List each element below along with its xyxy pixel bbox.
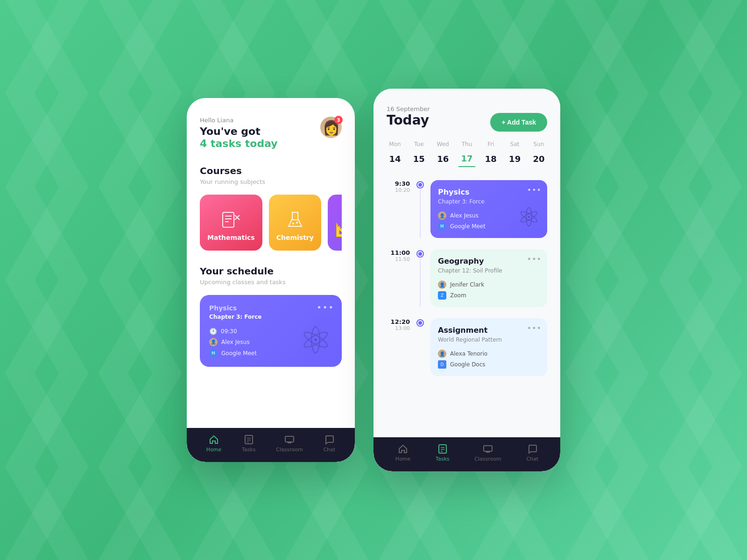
event-geo-dots[interactable]: ••• xyxy=(527,255,542,264)
geo-teacher: 👤 Jenifer Clark xyxy=(438,280,540,289)
timeline-line-connector-2 xyxy=(420,259,421,307)
calendar-row: Mon 14 Tue 15 Wed 16 Thu 17 xyxy=(387,141,547,167)
right-nav-classroom-label: Classroom xyxy=(474,456,501,462)
docs-icon: D xyxy=(438,360,446,369)
right-nav-classroom[interactable]: Classroom xyxy=(474,444,501,462)
avatar-container[interactable]: 3 xyxy=(320,117,342,138)
svg-point-8 xyxy=(296,222,298,224)
schedule-subtitle: Upcoming classes and tasks xyxy=(200,279,342,286)
courses-subtitle: Your running subjects xyxy=(200,178,342,185)
timeline-item-physics: 9:30 10:20 ••• Physics Chapter 3: Force xyxy=(387,180,547,238)
cal-day-thu[interactable]: Thu 17 xyxy=(458,141,475,167)
nav-home[interactable]: Home xyxy=(206,434,221,453)
geo-platform: Z Zoom xyxy=(438,291,540,300)
assign-meta: 👤 Alexa Tenorio D Google Docs xyxy=(438,350,540,369)
course-mathematics[interactable]: Mathematics xyxy=(200,195,262,251)
event-physics-dots[interactable]: ••• xyxy=(527,186,542,195)
timeline-line-last xyxy=(420,328,421,376)
cal-day-sun[interactable]: Sun 20 xyxy=(530,141,547,167)
geo-time-start: 11:00 xyxy=(391,249,410,256)
assign-platform: D Google Docs xyxy=(438,360,540,369)
timeline-dot-physics xyxy=(417,182,423,188)
right-nav-chat[interactable]: Chat xyxy=(526,444,538,462)
course-math-label: Mathematics xyxy=(207,234,255,241)
timeline-dot-assign xyxy=(417,320,423,326)
right-nav-chat-label: Chat xyxy=(526,456,538,462)
header-row: Hello Liana You've got 4 tasks today 3 xyxy=(200,117,342,150)
cal-day-fri[interactable]: Fri 18 xyxy=(482,141,499,167)
meet-icon-physics: M xyxy=(438,222,446,231)
assign-title: Assignment xyxy=(438,326,540,335)
date-label: 16 September xyxy=(387,105,430,112)
course-chemistry[interactable]: Chemistry xyxy=(269,195,321,251)
cal-day-fri-name: Fri xyxy=(487,141,494,147)
physics-title: Physics xyxy=(438,188,540,196)
physics-teacher-name: Alex Jesus xyxy=(450,212,479,219)
cal-day-sun-name: Sun xyxy=(534,141,544,147)
time-col-assign: 12:20 13:00 xyxy=(387,318,410,376)
right-nav-home[interactable]: Home xyxy=(395,444,410,462)
svg-rect-21 xyxy=(484,446,492,451)
courses-title: Courses xyxy=(200,165,342,176)
geo-chapter: Chapter 12: Soil Profile xyxy=(438,267,540,274)
add-task-button[interactable]: + Add Task xyxy=(490,113,547,132)
atom-physics-decoration: ⚛ xyxy=(517,202,541,232)
geo-platform-name: Zoom xyxy=(450,292,466,299)
timeline-line-connector xyxy=(420,189,421,238)
left-phone: Hello Liana You've got 4 tasks today 3 C… xyxy=(187,98,355,462)
cal-day-wed-num: 16 xyxy=(435,150,451,167)
timeline-dot-geo xyxy=(417,251,423,257)
cal-day-tue[interactable]: Tue 15 xyxy=(410,141,427,167)
nav-chat[interactable]: Chat xyxy=(323,434,335,453)
cal-day-fri-num: 18 xyxy=(482,150,499,167)
cal-day-sat-name: Sat xyxy=(510,141,520,147)
cal-day-wed[interactable]: Wed 16 xyxy=(435,141,451,167)
timeline-line-assign xyxy=(417,318,423,376)
greeting-text: Hello Liana xyxy=(200,117,278,124)
schedule-title: Your schedule xyxy=(200,266,342,277)
greeting-section: Hello Liana You've got 4 tasks today xyxy=(200,117,278,150)
cal-day-thu-name: Thu xyxy=(462,141,472,147)
cal-day-mon-name: Mon xyxy=(389,141,401,147)
header-title: You've got 4 tasks today xyxy=(200,126,278,150)
nav-classroom-label: Classroom xyxy=(276,447,303,453)
nav-tasks-label: Tasks xyxy=(242,447,255,453)
svg-rect-0 xyxy=(223,212,234,227)
course-third[interactable]: 📐 xyxy=(328,195,342,251)
cal-day-tue-num: 15 xyxy=(410,150,427,167)
cal-day-sat[interactable]: Sat 19 xyxy=(507,141,523,167)
assign-chapter: World Regional Pattern xyxy=(438,336,540,343)
cal-day-thu-num: 17 xyxy=(458,150,475,167)
nav-chat-label: Chat xyxy=(323,447,335,453)
svg-rect-14 xyxy=(285,436,294,442)
date-row: 16 September Today + Add Task xyxy=(387,105,547,139)
teacher-avatar: 👤 xyxy=(209,338,218,346)
geo-teacher-avatar: 👤 xyxy=(438,280,446,289)
cal-day-sat-num: 19 xyxy=(507,150,523,167)
event-assignment[interactable]: ••• Assignment World Regional Pattern 👤 … xyxy=(430,318,547,376)
right-phone: 16 September Today + Add Task Mon 14 Tue… xyxy=(374,89,560,471)
physics-time-end: 10:20 xyxy=(395,187,410,193)
nav-tasks[interactable]: Tasks xyxy=(242,434,255,453)
timeline-line-physics xyxy=(417,180,423,238)
time-col-physics: 9:30 10:20 xyxy=(387,180,410,238)
svg-point-7 xyxy=(292,223,294,224)
right-bottom-nav: Home Tasks xyxy=(374,437,560,471)
cal-day-wed-name: Wed xyxy=(437,141,449,147)
time-col-geo: 11:00 11:50 xyxy=(387,249,410,307)
timeline: 9:30 10:20 ••• Physics Chapter 3: Force xyxy=(387,180,547,376)
course-chemistry-label: Chemistry xyxy=(276,234,314,241)
meet-icon: M xyxy=(209,349,218,357)
timeline-item-assignment: 12:20 13:00 ••• Assignment World Regiona… xyxy=(387,318,547,376)
schedule-dots[interactable]: ••• xyxy=(317,302,334,312)
event-geography[interactable]: ••• Geography Chapter 12: Soil Profile 👤… xyxy=(430,249,547,307)
schedule-subject: Physics xyxy=(209,304,332,312)
right-nav-tasks-label: Tasks xyxy=(436,456,449,462)
assign-teacher-avatar: 👤 xyxy=(438,350,446,358)
nav-classroom[interactable]: Classroom xyxy=(276,434,303,453)
right-nav-tasks[interactable]: Tasks xyxy=(436,444,449,462)
cal-day-mon[interactable]: Mon 14 xyxy=(387,141,403,167)
event-physics[interactable]: ••• Physics Chapter 3: Force 👤 Alex Jesu… xyxy=(430,180,547,238)
geo-title: Geography xyxy=(438,257,540,266)
event-assign-dots[interactable]: ••• xyxy=(527,324,542,333)
